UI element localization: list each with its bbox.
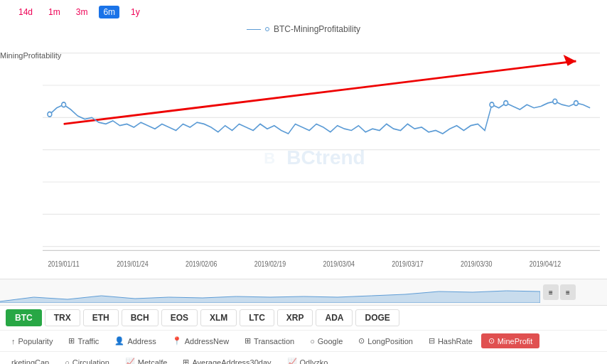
traffic-icon: ⊞	[68, 336, 75, 346]
mini-scroll-buttons: ≡ ≡	[540, 284, 579, 300]
metric-tab-popularity[interactable]: ↑ Popularity	[4, 334, 60, 348]
svg-marker-15	[564, 55, 576, 66]
legend-dot-icon	[265, 27, 269, 31]
svg-text:2019/02/19: 2019/02/19	[254, 259, 286, 268]
y-axis-label: MiningProfitability	[0, 51, 61, 60]
metric-tabs-row1: ↑ Popularity ⊞ Traffic 👤 Address 📍 Addre…	[0, 331, 607, 352]
time-btn-6m[interactable]: 6m	[99, 6, 119, 18]
metric-tab-addressnew[interactable]: 📍 AddressNew	[165, 333, 236, 348]
svg-text:2019/02/06: 2019/02/06	[186, 259, 217, 268]
svg-point-19	[504, 101, 508, 106]
addressnew-icon: 📍	[172, 336, 182, 346]
time-btn-3m[interactable]: 3m	[72, 6, 92, 18]
transaction-icon: ⊞	[245, 336, 251, 346]
svg-text:2019/03/17: 2019/03/17	[392, 259, 423, 268]
chart-legend: BTC-MiningProfitability	[0, 24, 607, 34]
legend-label: BTC-MiningProfitability	[274, 24, 360, 34]
address-icon: 👤	[114, 336, 124, 346]
metric-tab2-circulation[interactable]: ○ Circulation	[58, 355, 117, 365]
chart-svg: 0.25 0.2 0.15 0.1 0.05 0 2019/01/11 2019…	[43, 37, 600, 279]
hashrate-icon: ⊟	[429, 336, 435, 346]
metric-tab2-metcalfe[interactable]: 📈 Metcalfe	[118, 355, 175, 364]
metric-tab2-marketingcap[interactable]: rketingCap	[4, 355, 56, 365]
metric-tabs-row2: rketingCap ○ Circulation 📈 Metcalfe ⊞ Av…	[0, 352, 607, 364]
scroll-right-btn[interactable]: ≡	[560, 284, 576, 300]
longposition-icon: ⊙	[358, 336, 365, 346]
avgaddress30-icon: ⊞	[183, 358, 189, 364]
time-btn-1y[interactable]: 1y	[127, 6, 144, 18]
svg-point-21	[574, 101, 578, 106]
time-range-selector: 14d 1m 3m 6m 1y	[0, 0, 607, 24]
svg-text:2019/03/04: 2019/03/04	[323, 259, 355, 268]
metcalfe-icon: 📈	[125, 358, 135, 364]
mineprofit-icon: ⊙	[488, 336, 495, 346]
coin-tab-ada[interactable]: ADA	[316, 309, 353, 326]
metric-tab-longposition[interactable]: ⊙ LongPosition	[351, 333, 420, 348]
coin-tab-xlm[interactable]: XLM	[200, 309, 237, 326]
coin-tab-eos[interactable]: EOS	[161, 309, 198, 326]
coin-tab-eth[interactable]: ETH	[83, 309, 119, 326]
scroll-left-btn[interactable]: ≡	[543, 284, 559, 300]
metric-tab-hashrate[interactable]: ⊟ HashRate	[421, 333, 480, 348]
main-chart: MiningProfitability B BCtrend 0.25 0.2 0…	[0, 37, 607, 279]
mini-chart: ≡ ≡	[0, 279, 607, 306]
coin-tab-doge[interactable]: DOGE	[355, 309, 399, 326]
metric-tab-google[interactable]: ○ Google	[303, 334, 350, 348]
metric-tab-traffic[interactable]: ⊞ Traffic	[61, 333, 106, 348]
metric-tab-mineprofit[interactable]: ⊙ MineProfit	[481, 333, 540, 348]
svg-point-18	[490, 102, 494, 107]
time-btn-14d[interactable]: 14d	[14, 6, 37, 18]
coin-tab-btc[interactable]: BTC	[6, 309, 42, 326]
svg-text:2019/01/11: 2019/01/11	[48, 259, 79, 268]
google-icon: ○	[310, 337, 315, 346]
odlyzko-icon: 📈	[287, 358, 297, 364]
legend-line-icon	[247, 29, 261, 30]
metric-tab2-odlyzko[interactable]: 📈 Odlyzko	[280, 355, 335, 364]
metric-tab-address[interactable]: 👤 Address	[107, 333, 163, 348]
svg-text:2019/04/12: 2019/04/12	[530, 259, 561, 268]
svg-point-17	[62, 102, 66, 107]
metric-tab-transaction[interactable]: ⊞ Transaction	[237, 333, 301, 348]
svg-point-20	[553, 99, 557, 104]
popularity-icon: ↑	[11, 337, 16, 346]
svg-point-16	[48, 112, 52, 117]
svg-text:2019/01/24: 2019/01/24	[117, 259, 149, 268]
coin-tab-ltc[interactable]: LTC	[240, 309, 274, 326]
svg-line-14	[64, 61, 576, 124]
coin-tab-trx[interactable]: TRX	[45, 309, 80, 326]
coin-tab-xrp[interactable]: XRP	[277, 309, 313, 326]
coin-tab-bch[interactable]: BCH	[122, 309, 159, 326]
svg-text:2019/03/30: 2019/03/30	[461, 259, 492, 268]
time-btn-1m[interactable]: 1m	[44, 6, 65, 18]
circulation-icon: ○	[65, 358, 70, 365]
coin-tabs: BTC TRX ETH BCH EOS XLM LTC XRP ADA DOGE	[0, 306, 607, 331]
mini-chart-inner	[0, 282, 540, 303]
metric-tab2-avgaddress30[interactable]: ⊞ AverageAddress30day	[176, 355, 278, 364]
